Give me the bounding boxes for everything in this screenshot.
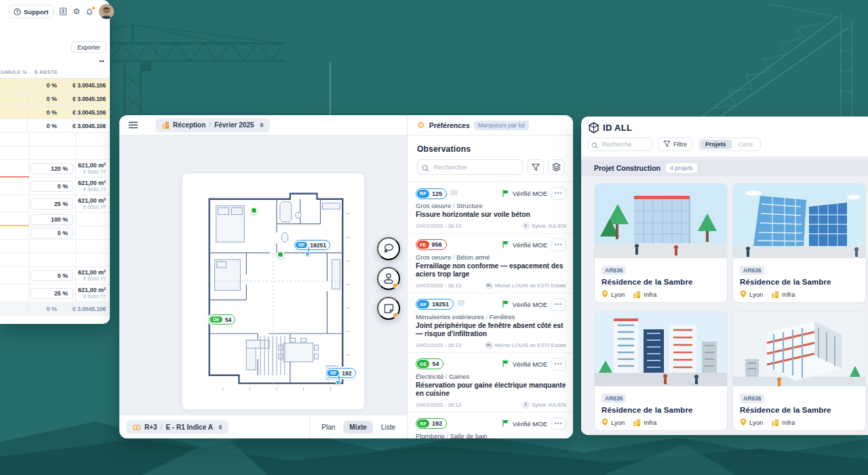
table-row: 0 %€ 3.0045.106: [0, 92, 110, 106]
column-header-reste[interactable]: ⇅RESTE: [34, 69, 58, 75]
project-ref-badge: AR636: [740, 394, 764, 403]
tab-carte[interactable]: Carte: [733, 140, 759, 149]
observation-item[interactable]: RF125 Vérifié MOE ••• Gros oeuvre / Stru…: [408, 182, 573, 234]
observation-item[interactable]: RF19251 Vérifié MOE ••• Menuiseries exté…: [408, 293, 573, 353]
level-name: R+3: [144, 424, 157, 431]
project-card[interactable]: AR636 Résidence de la Sambre Lyon Infra: [732, 311, 866, 431]
hamburger-menu-icon[interactable]: [129, 119, 138, 131]
project-image: [595, 184, 728, 258]
more-button[interactable]: •••: [551, 298, 566, 311]
area-value: 621,00 m²: [78, 180, 106, 186]
project-ref-badge: AR636: [601, 394, 626, 403]
project-image: [595, 312, 728, 386]
observation-description: Ferraillage non conforme — espacement de…: [416, 262, 566, 279]
screen: ? Support ⚙ Exporter ▸◂ CUMULÉ % ⇅RESTE …: [0, 0, 868, 475]
project-card[interactable]: AR636 Résidence de la Sambre Lyon Infra: [594, 311, 728, 431]
project-group-header[interactable]: Projet Construction 4 projets: [581, 160, 868, 176]
amount-sub: € 5060.77: [83, 186, 106, 192]
add-marker-tool-button[interactable]: [377, 267, 400, 290]
period-name: Février 2025: [214, 121, 254, 129]
project-card[interactable]: AR636 Résidence de la Sambre Lyon Infra: [732, 183, 866, 303]
chevron-up-down-icon: [218, 425, 222, 430]
table-row: 100 %: [0, 213, 110, 226]
plan-version: E - R1 Indice A: [165, 424, 213, 431]
more-button[interactable]: •••: [551, 358, 566, 371]
support-button[interactable]: ? Support: [8, 5, 54, 18]
export-button[interactable]: Exporter: [71, 41, 106, 53]
lasso-select-tool-button[interactable]: [377, 237, 400, 260]
percent-input[interactable]: 0 %: [31, 181, 73, 192]
reste-value: € 3.0045.106: [73, 123, 106, 129]
projects-content: Projet Construction 4 projets: [581, 157, 868, 435]
plan-canvas[interactable]: RF19251 DE54 RF192: [119, 136, 407, 415]
view-liste-button[interactable]: Liste: [375, 421, 401, 434]
sort-icon: ⇅: [34, 69, 39, 75]
percent-input[interactable]: 25 %: [31, 199, 73, 209]
percent-input[interactable]: 100 %: [31, 214, 73, 225]
filter-funnel-button[interactable]: [527, 159, 544, 175]
preferences-label[interactable]: Préférences: [429, 121, 470, 129]
level-selector[interactable]: R+3 / E - R1 Indice A: [126, 420, 229, 434]
more-button[interactable]: •••: [551, 417, 566, 430]
note-tool-button[interactable]: [377, 297, 400, 320]
observation-description: Réservation pour gaine électrique manqua…: [416, 381, 566, 398]
table-row: 0 %: [0, 226, 110, 240]
plan-marker-electric[interactable]: DE54: [209, 312, 235, 325]
view-mixte-button[interactable]: Mixte: [343, 421, 373, 434]
plan-header: Réception / Février 2025: [119, 115, 407, 136]
project-city: Lyon: [740, 418, 763, 426]
contacts-icon[interactable]: [59, 7, 67, 16]
layers-button[interactable]: [548, 159, 565, 175]
phase-name: Réception: [173, 121, 205, 129]
marker-mode-badge[interactable]: Marqueurs par lot: [474, 121, 529, 130]
more-button[interactable]: •••: [551, 239, 566, 251]
observation-item[interactable]: FE956 Vérifié MOE ••• Gros oeuvre / Béto…: [408, 234, 573, 293]
table-row: 25 %621,00 m²€ 5060.77: [0, 195, 110, 213]
infra-building-icon: [633, 419, 641, 426]
project-count-badge: 4 projets: [666, 163, 697, 173]
observation-category: Électricité / Gaines: [416, 373, 566, 380]
notifications-bell-icon[interactable]: [85, 7, 94, 16]
project-card[interactable]: AR636 Résidence de la Sambre Lyon Infra: [594, 183, 728, 303]
plan-marker-dot[interactable]: [250, 207, 258, 214]
cumule-value: 0 %: [47, 82, 73, 89]
observation-category: Plomberie / Salle de bain: [416, 432, 566, 439]
observations-search-input[interactable]: [417, 159, 523, 175]
project-image: [733, 184, 866, 258]
flag-icon: [502, 298, 509, 310]
view-plan-button[interactable]: Plan: [315, 421, 341, 434]
reste-value: € 3.0045.106: [73, 109, 106, 116]
plan-marker-plumbing[interactable]: RF192: [326, 365, 356, 378]
preferences-gear-icon: ⚙: [417, 121, 425, 129]
collapse-columns-icon[interactable]: ▸◂: [0, 56, 110, 66]
area-value: 621,00 m²: [78, 287, 106, 293]
project-title: Résidence de la Sambre: [601, 406, 720, 414]
support-label: Support: [24, 8, 48, 16]
cumule-value: 0 %: [47, 123, 73, 129]
project-city: Lyon: [601, 290, 625, 298]
plan-marker-dot[interactable]: [277, 251, 284, 258]
percent-input[interactable]: 120 %: [31, 163, 73, 174]
floor-plan-sheet[interactable]: RF19251 DE54 RF192: [182, 173, 365, 410]
phase-selector[interactable]: Réception / Février 2025: [155, 119, 270, 132]
observation-date: 10/01/2023 - 16:13: [416, 402, 461, 408]
flag-icon: [502, 417, 509, 430]
observations-header: ⚙ Préférences Marqueurs par lot: [408, 115, 573, 136]
plan-marker-window[interactable]: RF19251: [294, 237, 330, 250]
percent-input[interactable]: 0 %: [31, 228, 73, 239]
project-card-grid: AR636 Résidence de la Sambre Lyon Infra: [581, 176, 868, 431]
filter-button[interactable]: Filtre: [658, 138, 692, 151]
observation-tag: RF192: [416, 418, 447, 429]
table-row: [0, 133, 110, 146]
percent-input[interactable]: 25 %: [31, 288, 73, 299]
note-icon: [457, 298, 465, 310]
percent-input[interactable]: 0 %: [31, 270, 73, 281]
tab-projets[interactable]: Projets: [700, 140, 732, 149]
observation-date: 10/01/2023 - 16:13: [416, 342, 461, 348]
plan-footer: R+3 / E - R1 Indice A Plan Mixte Liste: [119, 415, 407, 438]
observation-item[interactable]: RF192 Vérifié MOE ••• Plomberie / Salle …: [408, 413, 573, 439]
observation-item[interactable]: DE54 Vérifié MOE ••• Électricité / Gaine…: [408, 353, 573, 413]
more-button[interactable]: •••: [551, 187, 566, 200]
settings-gear-icon[interactable]: ⚙: [73, 7, 80, 16]
infra-building-icon: [633, 291, 641, 298]
